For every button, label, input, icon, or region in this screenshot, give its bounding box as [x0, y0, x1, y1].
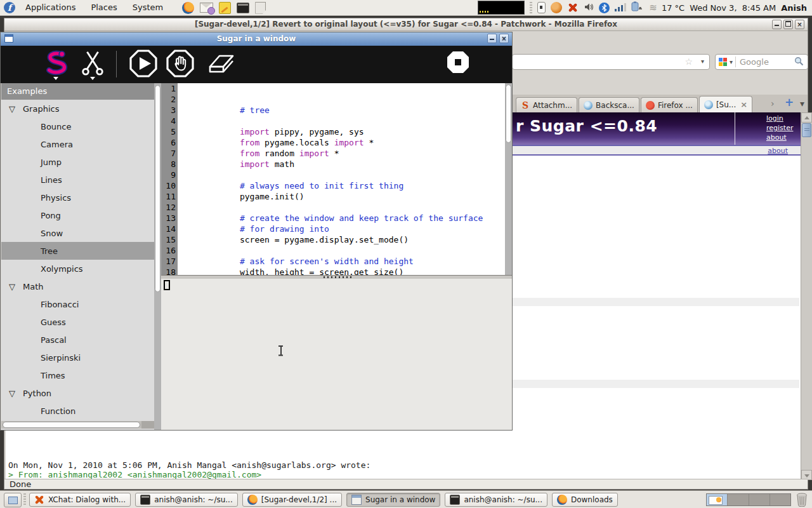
editor-scrollbar[interactable]	[505, 83, 512, 275]
sidebar-item[interactable]: ▽ Lines	[1, 171, 154, 189]
maximize-button[interactable]	[783, 20, 793, 29]
document-launcher-icon[interactable]	[255, 2, 266, 14]
scrollbar-thumb[interactable]	[802, 123, 811, 137]
firefox-titlebar[interactable]: [Sugar-devel,1/2] Revert to original lay…	[4, 18, 808, 31]
edit-cut-button[interactable]	[77, 50, 108, 80]
sidebar-item[interactable]: ▽ Physics	[1, 189, 154, 206]
url-dropdown-icon[interactable]: ▾	[701, 58, 704, 65]
minimize-button[interactable]	[772, 20, 782, 29]
fedora-logo-icon[interactable]: f	[4, 2, 15, 13]
header-link[interactable]: register	[766, 124, 793, 133]
sidebar-item[interactable]: ▽ Pong	[1, 206, 154, 224]
url-bar[interactable]: ☆ ▾	[512, 54, 710, 70]
tab-list-dropdown-icon[interactable]: ▾	[800, 98, 804, 109]
search-engine-dropdown-icon[interactable]: ▾	[730, 58, 733, 65]
tab-close-icon[interactable]: ×	[740, 100, 747, 109]
notes-launcher-icon[interactable]	[219, 2, 231, 14]
close-button[interactable]: ×	[499, 34, 509, 43]
workspace-cell[interactable]	[770, 494, 790, 505]
code-editor[interactable]: 1 # tree 2 3 import pippy, pygame	[161, 83, 505, 275]
stop-run-button[interactable]	[164, 50, 196, 80]
search-magnifier-icon[interactable]	[794, 57, 804, 68]
sugar-titlebar[interactable]: Sugar in a window ×	[1, 32, 512, 46]
sidebar-item[interactable]: ▽ Snow	[1, 224, 154, 242]
mail-launcher-icon[interactable]	[200, 3, 213, 13]
clock-applet[interactable]: Wed Nov 3, 8:45 AM	[690, 3, 776, 13]
triangle-down-icon[interactable]: ▽	[1, 389, 23, 398]
sidebar-item[interactable]: ▽ Sierpinski	[1, 349, 154, 366]
taskbar-window-button[interactable]: anish@anish: ~/su...	[445, 493, 547, 507]
header-link[interactable]: about	[766, 133, 793, 142]
sidebar-item[interactable]: ▽ Pascal	[1, 331, 154, 349]
show-desktop-button[interactable]	[4, 493, 22, 507]
clear-button[interactable]	[201, 50, 237, 80]
bookmark-star-icon[interactable]: ☆	[684, 57, 693, 67]
taskbar-window-button[interactable]: [Sugar-devel,1/2] ...	[242, 493, 342, 507]
page-scrollbar[interactable]	[801, 112, 812, 480]
taskbar-window-button[interactable]: Sugar in a window	[346, 493, 440, 507]
sidebar-item[interactable]: ▽ Python	[1, 384, 154, 402]
sidebar-item[interactable]: ▽ Guess	[1, 313, 154, 331]
sidebar-horizontal-scrollbar[interactable]	[1, 421, 154, 429]
scrollbar-thumb[interactable]	[3, 422, 140, 428]
header-links: loginregisterabout	[766, 114, 793, 142]
panel-menu[interactable]: Places	[83, 0, 124, 15]
browser-tab[interactable]: Backsca... ×	[579, 97, 639, 112]
terminal-launcher-icon[interactable]	[237, 3, 249, 13]
scroll-up-icon[interactable]	[801, 112, 812, 123]
minimize-button[interactable]	[487, 34, 497, 43]
update-notifier-icon[interactable]	[551, 2, 562, 13]
taskbar-window-button[interactable]: Downloads	[552, 493, 618, 507]
applet-handle[interactable]	[530, 2, 532, 13]
signal-strength-icon[interactable]	[615, 2, 626, 14]
workspace-cell[interactable]	[728, 494, 749, 505]
browser-tab[interactable]: Firefox ... ×	[641, 97, 698, 112]
sidebar-item[interactable]: ▽ Function	[1, 402, 154, 420]
triangle-down-icon[interactable]: ▽	[1, 104, 23, 114]
sidebar-item[interactable]: ▽ Bounce	[1, 117, 154, 135]
panel-menu[interactable]: Applications	[18, 0, 83, 15]
output-console[interactable]	[161, 279, 512, 430]
new-tab-button[interactable]: +	[785, 96, 794, 109]
browser-tab[interactable]: [Su... ×	[699, 96, 752, 112]
splitter-handle[interactable]	[324, 276, 351, 278]
battery-icon[interactable]	[631, 1, 644, 14]
sidebar-item[interactable]: ▽ Times	[1, 366, 154, 384]
sidebar-item[interactable]: ▽ Tree	[1, 242, 154, 260]
sidebar-item[interactable]: ▽ Jump	[1, 153, 154, 171]
browser-tab[interactable]: Attachm... ×	[516, 97, 577, 112]
stop-activity-button[interactable]	[442, 50, 474, 80]
taskbar-window-button[interactable]: XChat: Dialog with...	[29, 493, 131, 507]
search-box[interactable]: ▾ Google	[715, 54, 808, 70]
sidebar-item[interactable]: ▽ Fibonacci	[1, 295, 154, 313]
workspace-cell[interactable]	[749, 494, 770, 505]
workspace-cell[interactable]	[707, 494, 728, 505]
activity-button[interactable]	[40, 50, 72, 80]
taskbar-window-button[interactable]: anish@anish: ~/su...	[135, 493, 238, 507]
volume-icon[interactable]	[584, 2, 594, 14]
device-tray-icon[interactable]	[537, 2, 546, 13]
triangle-down-icon[interactable]: ▽	[1, 282, 23, 291]
close-button[interactable]: ×	[795, 20, 804, 29]
scrollbar-thumb[interactable]	[155, 85, 160, 292]
sidebar-item-label: Bounce	[23, 122, 72, 131]
scrollbar-thumb[interactable]	[506, 84, 511, 143]
panel-menu[interactable]: System	[125, 0, 171, 15]
tab-scroll-right-icon[interactable]: ›	[771, 98, 775, 109]
weather-icon[interactable]: ≋	[649, 2, 657, 13]
firefox-launcher-icon[interactable]	[182, 2, 194, 14]
user-menu[interactable]: Anish	[781, 3, 809, 13]
sidebar-item[interactable]: ▽ Xolympics	[1, 260, 154, 277]
trash-applet[interactable]	[796, 493, 808, 508]
about-link[interactable]: about	[768, 147, 788, 155]
sidebar-item[interactable]: ▽ Graphics	[1, 100, 154, 117]
sidebar-vertical-scrollbar[interactable]	[154, 83, 161, 430]
sidebar-item[interactable]: ▽ Camera	[1, 135, 154, 153]
sidebar-item[interactable]: ▽ Math	[1, 277, 154, 295]
bluetooth-icon[interactable]	[599, 3, 610, 13]
header-link[interactable]: login	[766, 114, 793, 123]
run-button[interactable]	[128, 50, 159, 80]
xchat-tray-icon[interactable]	[567, 2, 579, 13]
applet-handle[interactable]	[23, 493, 26, 505]
system-monitor-applet[interactable]	[478, 1, 525, 15]
